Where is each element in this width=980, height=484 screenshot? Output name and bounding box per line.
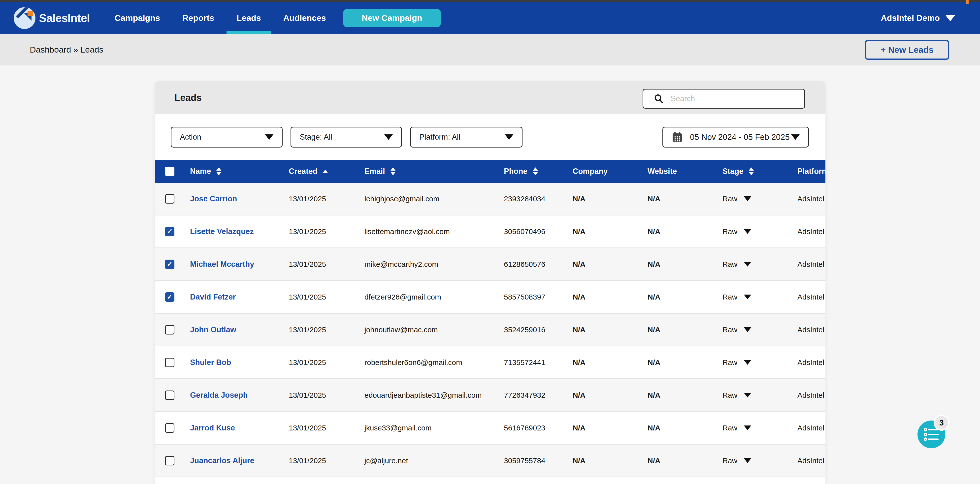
stage-value: Raw	[722, 391, 737, 400]
stage-dropdown[interactable]: Raw	[722, 227, 797, 236]
stage-dropdown[interactable]: Raw	[722, 424, 797, 432]
stage-value: Raw	[722, 260, 737, 268]
breadcrumb[interactable]: Dashboard » Leads	[30, 45, 103, 54]
lead-email: mike@mccarthy2.com	[364, 260, 504, 268]
search-input[interactable]	[671, 94, 795, 103]
chevron-down-icon	[744, 197, 751, 201]
main-nav: Campaigns Reports Leads Audiences	[115, 2, 326, 34]
table-row: ✓ Lisette Velazquez 13/01/2025 lisettema…	[155, 216, 826, 248]
lead-name-link[interactable]: Shuler Bob	[190, 358, 231, 367]
lead-created: 13/01/2025	[289, 195, 364, 203]
stage-dropdown[interactable]: Raw	[722, 457, 797, 465]
column-header-created[interactable]: Created	[289, 167, 364, 176]
brand-logo[interactable]: SalesIntel	[14, 7, 90, 29]
brand-wordmark: SalesIntel	[39, 11, 90, 25]
search-box[interactable]	[643, 89, 805, 109]
chevron-down-icon	[744, 262, 751, 267]
lead-email: johnoutlaw@mac.com	[364, 325, 504, 334]
lead-company: N/A	[573, 195, 648, 203]
chevron-down-icon	[744, 425, 751, 430]
stage-dropdown[interactable]: Raw	[722, 358, 797, 367]
nav-item-leads[interactable]: Leads	[237, 2, 261, 34]
lead-platform: AdsIntel	[797, 457, 826, 465]
lead-platform: AdsIntel	[797, 424, 826, 432]
table-header: Name Created Email Phone Company Website…	[155, 160, 826, 183]
platform-filter-dropdown[interactable]: Platform: All	[410, 127, 522, 148]
lead-name-link[interactable]: David Fetzer	[190, 293, 236, 301]
row-checkbox[interactable]: ✓	[165, 227, 174, 236]
leads-panel: Leads Action Stage: All Platform: All	[155, 81, 826, 484]
column-header-website: Website	[648, 167, 722, 176]
chevron-down-icon	[744, 360, 751, 365]
date-range-picker[interactable]: 05 Nov 2024 - 05 Feb 2025	[662, 127, 809, 148]
column-header-name[interactable]: Name	[190, 167, 289, 176]
row-checkbox[interactable]	[165, 325, 174, 335]
lead-website: N/A	[648, 293, 722, 301]
column-header-phone[interactable]: Phone	[504, 167, 573, 176]
lead-name-link[interactable]: Jarrod Kuse	[190, 424, 235, 432]
lead-email: lisettemartinezv@aol.com	[364, 227, 504, 236]
stage-dropdown[interactable]: Raw	[722, 260, 797, 268]
lead-created: 13/01/2025	[289, 293, 364, 301]
row-checkbox[interactable]: ✓	[165, 292, 174, 302]
lead-name-link[interactable]: Lisette Velazquez	[190, 227, 254, 236]
row-checkbox[interactable]	[165, 194, 174, 203]
brand-orange-tick	[966, 0, 969, 4]
action-dropdown[interactable]: Action	[171, 127, 283, 148]
stage-value: Raw	[722, 227, 737, 236]
table-row: Shuler Bob 13/01/2025 robertshuler6on6@g…	[155, 346, 826, 379]
chevron-down-icon	[744, 327, 751, 332]
chevron-down-icon	[791, 134, 800, 140]
lead-name-link[interactable]: Jose Carrion	[190, 194, 237, 203]
lead-email: dfetzer926@gmail.com	[364, 293, 504, 301]
panel-header: Leads	[155, 81, 826, 114]
lead-email: robertshuler6on6@gmail.com	[364, 358, 504, 367]
row-checkbox[interactable]	[165, 456, 174, 465]
lead-name-link[interactable]: Geralda Joseph	[190, 391, 248, 400]
row-checkbox[interactable]: ✓	[165, 260, 174, 269]
lead-created: 13/01/2025	[289, 325, 364, 334]
nav-item-campaigns[interactable]: Campaigns	[115, 2, 160, 34]
lead-platform: AdsIntel	[797, 325, 826, 334]
lead-platform: AdsIntel	[797, 358, 826, 367]
sort-icon	[533, 167, 538, 175]
new-leads-button[interactable]: + New Leads	[865, 40, 949, 60]
column-header-company: Company	[573, 167, 648, 176]
lead-website: N/A	[648, 391, 722, 400]
lead-platform: AdsIntel	[797, 293, 826, 301]
chevron-down-icon	[744, 393, 751, 397]
lead-phone: 5857508397	[504, 293, 573, 301]
stage-dropdown[interactable]: Raw	[722, 391, 797, 400]
column-header-email[interactable]: Email	[364, 167, 504, 176]
stage-filter-dropdown[interactable]: Stage: All	[291, 127, 402, 148]
stage-dropdown[interactable]: Raw	[722, 293, 797, 301]
nav-item-audiences[interactable]: Audiences	[283, 2, 326, 34]
stage-dropdown[interactable]: Raw	[722, 325, 797, 334]
lead-name-link[interactable]: John Outlaw	[190, 325, 236, 334]
stage-value: Raw	[722, 293, 737, 301]
select-all-checkbox[interactable]	[165, 167, 174, 176]
lead-company: N/A	[573, 227, 648, 236]
page-title: Leads	[174, 92, 202, 103]
new-campaign-button[interactable]: New Campaign	[344, 9, 441, 27]
lead-phone: 2393284034	[504, 195, 573, 203]
account-menu[interactable]: AdsIntel Demo	[881, 2, 955, 34]
column-header-stage[interactable]: Stage	[722, 167, 797, 176]
lead-email: jc@aljure.net	[364, 457, 504, 465]
chevron-down-icon	[744, 295, 751, 299]
stage-dropdown[interactable]: Raw	[722, 195, 797, 203]
row-checkbox[interactable]	[165, 358, 174, 367]
table-body: Jose Carrion 13/01/2025 lehighjose@gmail…	[155, 183, 826, 477]
lead-website: N/A	[648, 424, 722, 432]
lead-name-link[interactable]: Michael Mccarthy	[190, 260, 254, 268]
nav-item-reports[interactable]: Reports	[182, 2, 214, 34]
sort-icon	[390, 167, 396, 175]
lead-email: lehighjose@gmail.com	[364, 195, 504, 203]
sort-icon	[749, 167, 754, 175]
lead-website: N/A	[648, 227, 722, 236]
lead-phone: 6128650576	[504, 260, 573, 268]
row-checkbox[interactable]	[165, 390, 174, 400]
row-checkbox[interactable]	[165, 423, 174, 433]
lead-website: N/A	[648, 358, 722, 367]
lead-name-link[interactable]: Juancarlos Aljure	[190, 456, 254, 465]
